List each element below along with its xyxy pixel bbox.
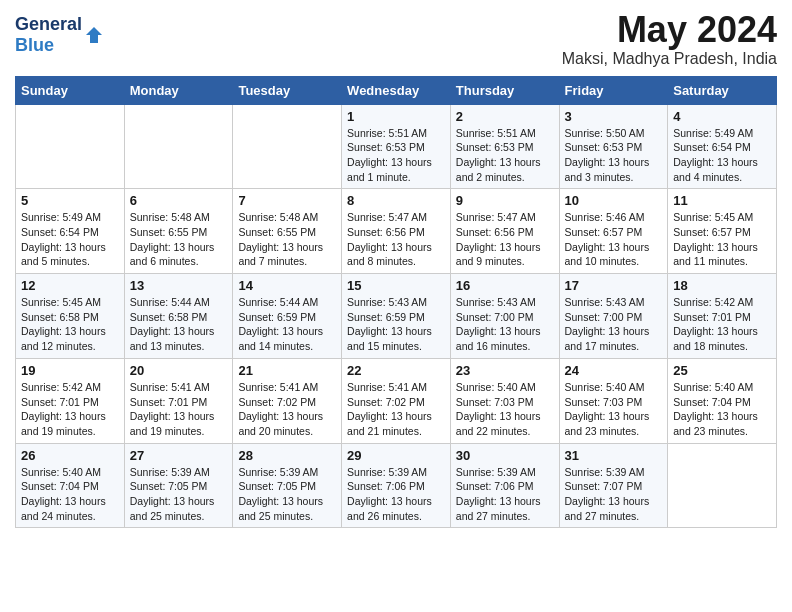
table-row: 7Sunrise: 5:48 AM Sunset: 6:55 PM Daylig… (233, 189, 342, 274)
day-number: 8 (347, 193, 445, 208)
table-row: 28Sunrise: 5:39 AM Sunset: 7:05 PM Dayli… (233, 443, 342, 528)
calendar-week-row: 5Sunrise: 5:49 AM Sunset: 6:54 PM Daylig… (16, 189, 777, 274)
table-row: 13Sunrise: 5:44 AM Sunset: 6:58 PM Dayli… (124, 274, 233, 359)
day-number: 16 (456, 278, 554, 293)
table-row: 11Sunrise: 5:45 AM Sunset: 6:57 PM Dayli… (668, 189, 777, 274)
day-info: Sunrise: 5:43 AM Sunset: 6:59 PM Dayligh… (347, 295, 445, 354)
logo-blue: Blue (15, 35, 54, 55)
day-number: 6 (130, 193, 228, 208)
day-info: Sunrise: 5:41 AM Sunset: 7:02 PM Dayligh… (347, 380, 445, 439)
day-info: Sunrise: 5:40 AM Sunset: 7:03 PM Dayligh… (456, 380, 554, 439)
table-row (16, 104, 125, 189)
day-number: 23 (456, 363, 554, 378)
calendar-table: Sunday Monday Tuesday Wednesday Thursday… (15, 76, 777, 529)
day-number: 12 (21, 278, 119, 293)
day-info: Sunrise: 5:48 AM Sunset: 6:55 PM Dayligh… (130, 210, 228, 269)
month-year-title: May 2024 (562, 10, 777, 50)
table-row: 16Sunrise: 5:43 AM Sunset: 7:00 PM Dayli… (450, 274, 559, 359)
day-info: Sunrise: 5:42 AM Sunset: 7:01 PM Dayligh… (673, 295, 771, 354)
calendar-week-row: 19Sunrise: 5:42 AM Sunset: 7:01 PM Dayli… (16, 358, 777, 443)
day-number: 10 (565, 193, 663, 208)
day-info: Sunrise: 5:39 AM Sunset: 7:05 PM Dayligh… (130, 465, 228, 524)
day-info: Sunrise: 5:39 AM Sunset: 7:07 PM Dayligh… (565, 465, 663, 524)
table-row: 20Sunrise: 5:41 AM Sunset: 7:01 PM Dayli… (124, 358, 233, 443)
day-number: 11 (673, 193, 771, 208)
day-info: Sunrise: 5:50 AM Sunset: 6:53 PM Dayligh… (565, 126, 663, 185)
table-row: 5Sunrise: 5:49 AM Sunset: 6:54 PM Daylig… (16, 189, 125, 274)
table-row: 21Sunrise: 5:41 AM Sunset: 7:02 PM Dayli… (233, 358, 342, 443)
day-number: 30 (456, 448, 554, 463)
day-number: 24 (565, 363, 663, 378)
calendar-week-row: 12Sunrise: 5:45 AM Sunset: 6:58 PM Dayli… (16, 274, 777, 359)
table-row: 24Sunrise: 5:40 AM Sunset: 7:03 PM Dayli… (559, 358, 668, 443)
table-row: 17Sunrise: 5:43 AM Sunset: 7:00 PM Dayli… (559, 274, 668, 359)
day-info: Sunrise: 5:39 AM Sunset: 7:06 PM Dayligh… (347, 465, 445, 524)
day-info: Sunrise: 5:51 AM Sunset: 6:53 PM Dayligh… (456, 126, 554, 185)
svg-marker-0 (86, 27, 102, 43)
table-row: 23Sunrise: 5:40 AM Sunset: 7:03 PM Dayli… (450, 358, 559, 443)
header-friday: Friday (559, 76, 668, 104)
table-row (233, 104, 342, 189)
table-row: 6Sunrise: 5:48 AM Sunset: 6:55 PM Daylig… (124, 189, 233, 274)
header-tuesday: Tuesday (233, 76, 342, 104)
table-row: 31Sunrise: 5:39 AM Sunset: 7:07 PM Dayli… (559, 443, 668, 528)
table-row: 4Sunrise: 5:49 AM Sunset: 6:54 PM Daylig… (668, 104, 777, 189)
table-row: 27Sunrise: 5:39 AM Sunset: 7:05 PM Dayli… (124, 443, 233, 528)
day-number: 9 (456, 193, 554, 208)
table-row: 30Sunrise: 5:39 AM Sunset: 7:06 PM Dayli… (450, 443, 559, 528)
table-row: 19Sunrise: 5:42 AM Sunset: 7:01 PM Dayli… (16, 358, 125, 443)
day-number: 25 (673, 363, 771, 378)
day-number: 2 (456, 109, 554, 124)
day-number: 21 (238, 363, 336, 378)
day-info: Sunrise: 5:40 AM Sunset: 7:04 PM Dayligh… (21, 465, 119, 524)
day-number: 14 (238, 278, 336, 293)
day-info: Sunrise: 5:41 AM Sunset: 7:01 PM Dayligh… (130, 380, 228, 439)
title-area: May 2024 Maksi, Madhya Pradesh, India (562, 10, 777, 68)
day-info: Sunrise: 5:45 AM Sunset: 6:57 PM Dayligh… (673, 210, 771, 269)
table-row: 3Sunrise: 5:50 AM Sunset: 6:53 PM Daylig… (559, 104, 668, 189)
table-row: 25Sunrise: 5:40 AM Sunset: 7:04 PM Dayli… (668, 358, 777, 443)
page-header: General Blue May 2024 Maksi, Madhya Prad… (15, 10, 777, 68)
day-number: 27 (130, 448, 228, 463)
day-info: Sunrise: 5:43 AM Sunset: 7:00 PM Dayligh… (456, 295, 554, 354)
table-row: 1Sunrise: 5:51 AM Sunset: 6:53 PM Daylig… (342, 104, 451, 189)
day-info: Sunrise: 5:42 AM Sunset: 7:01 PM Dayligh… (21, 380, 119, 439)
table-row: 22Sunrise: 5:41 AM Sunset: 7:02 PM Dayli… (342, 358, 451, 443)
logo-general: General (15, 14, 82, 34)
day-number: 5 (21, 193, 119, 208)
day-number: 29 (347, 448, 445, 463)
day-number: 20 (130, 363, 228, 378)
day-number: 28 (238, 448, 336, 463)
day-number: 19 (21, 363, 119, 378)
table-row: 12Sunrise: 5:45 AM Sunset: 6:58 PM Dayli… (16, 274, 125, 359)
location-subtitle: Maksi, Madhya Pradesh, India (562, 50, 777, 68)
day-info: Sunrise: 5:49 AM Sunset: 6:54 PM Dayligh… (673, 126, 771, 185)
header-sunday: Sunday (16, 76, 125, 104)
day-info: Sunrise: 5:43 AM Sunset: 7:00 PM Dayligh… (565, 295, 663, 354)
day-number: 3 (565, 109, 663, 124)
day-info: Sunrise: 5:39 AM Sunset: 7:05 PM Dayligh… (238, 465, 336, 524)
table-row: 2Sunrise: 5:51 AM Sunset: 6:53 PM Daylig… (450, 104, 559, 189)
day-info: Sunrise: 5:44 AM Sunset: 6:58 PM Dayligh… (130, 295, 228, 354)
logo-text: General Blue (15, 14, 82, 56)
calendar-week-row: 26Sunrise: 5:40 AM Sunset: 7:04 PM Dayli… (16, 443, 777, 528)
day-info: Sunrise: 5:47 AM Sunset: 6:56 PM Dayligh… (456, 210, 554, 269)
calendar-week-row: 1Sunrise: 5:51 AM Sunset: 6:53 PM Daylig… (16, 104, 777, 189)
weekday-header-row: Sunday Monday Tuesday Wednesday Thursday… (16, 76, 777, 104)
day-number: 31 (565, 448, 663, 463)
day-number: 13 (130, 278, 228, 293)
table-row (124, 104, 233, 189)
table-row (668, 443, 777, 528)
table-row: 26Sunrise: 5:40 AM Sunset: 7:04 PM Dayli… (16, 443, 125, 528)
day-info: Sunrise: 5:45 AM Sunset: 6:58 PM Dayligh… (21, 295, 119, 354)
day-number: 26 (21, 448, 119, 463)
day-info: Sunrise: 5:48 AM Sunset: 6:55 PM Dayligh… (238, 210, 336, 269)
table-row: 9Sunrise: 5:47 AM Sunset: 6:56 PM Daylig… (450, 189, 559, 274)
day-number: 4 (673, 109, 771, 124)
header-monday: Monday (124, 76, 233, 104)
day-number: 1 (347, 109, 445, 124)
day-number: 17 (565, 278, 663, 293)
day-number: 18 (673, 278, 771, 293)
day-info: Sunrise: 5:47 AM Sunset: 6:56 PM Dayligh… (347, 210, 445, 269)
day-info: Sunrise: 5:39 AM Sunset: 7:06 PM Dayligh… (456, 465, 554, 524)
